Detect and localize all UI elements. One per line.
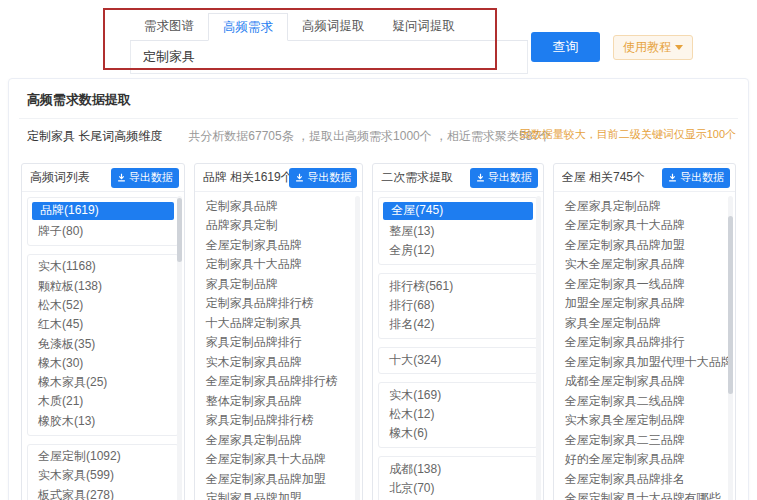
list-item[interactable]: 成都全屋定制家具品牌 [559, 373, 730, 391]
list-item[interactable]: 十大(324) [381, 351, 535, 369]
analysis-keyword: 定制家具 长尾词高频维度 [27, 128, 162, 145]
list-item[interactable]: 全屋定制家具品牌加盟 [559, 236, 730, 254]
list-item[interactable]: 排名(42) [381, 316, 535, 334]
download-icon [117, 173, 126, 182]
query-button[interactable]: 查询 [531, 32, 600, 62]
list-item[interactable]: 全屋(745) [383, 202, 533, 220]
list-item[interactable]: 全屋定制家具品牌 [200, 236, 358, 254]
keyword-group: 十大(324) [378, 347, 538, 374]
scrollbar-thumb[interactable] [177, 198, 182, 262]
list-item[interactable]: 木质(21) [30, 393, 176, 411]
list-item[interactable]: 实木(169) [381, 386, 535, 404]
list-item[interactable]: 全屋定制家具二三品牌 [559, 431, 730, 449]
list-item[interactable]: 品牌家具定制 [200, 217, 358, 235]
list-item[interactable]: 橡胶木(13) [30, 412, 176, 430]
list-item[interactable]: 全屋定制家具加盟代理十大品牌厂家 [559, 353, 730, 371]
list-item[interactable]: 实木家具全屋定制品牌 [559, 412, 730, 430]
tutorial-dropdown-button[interactable]: 使用教程 [613, 35, 693, 60]
export-label: 导出数据 [129, 170, 173, 185]
export-data-button[interactable]: 导出数据 [289, 168, 357, 188]
list-item[interactable]: 全屋定制家具品牌加盟 [200, 470, 358, 488]
list-item[interactable]: 整体定制家具品牌 [200, 392, 358, 410]
scrollbar-thumb[interactable] [728, 216, 733, 394]
download-icon [295, 173, 304, 182]
list-item[interactable]: 松木(12) [381, 406, 535, 424]
list-item[interactable]: 品牌(1619) [32, 202, 174, 220]
column-title: 品牌 相关1619个 [203, 169, 290, 186]
export-data-button[interactable]: 导出数据 [470, 168, 538, 188]
tab-question-words[interactable]: 疑问词提取 [379, 13, 470, 40]
keyword-list: 全屋家具定制品牌全屋定制家具十大品牌全屋定制家具品牌加盟实木全屋定制家具品牌全屋… [554, 192, 735, 500]
data-limit-notice: 因数据量较大，目前二级关键词仅显示100个 [520, 127, 736, 142]
download-icon [668, 173, 677, 182]
list-item[interactable]: 家具全屋定制品牌 [559, 314, 730, 332]
export-data-button[interactable]: 导出数据 [662, 168, 730, 188]
list-item[interactable]: 北京(70) [381, 480, 535, 498]
list-item[interactable]: 颗粒板(138) [30, 277, 176, 295]
export-data-button[interactable]: 导出数据 [111, 168, 179, 188]
list-item[interactable]: 定制家具品牌加盟 [200, 490, 358, 500]
tab-high-freq-demand[interactable]: 高频需求 [208, 13, 288, 41]
list-item[interactable]: 橡木家具(25) [30, 374, 176, 392]
column-high-freq-word-list: 高频词列表 导出数据 品牌(1619)牌子(80)实木(1168)颗粒板(138… [21, 163, 185, 500]
list-item[interactable]: 加盟全屋定制家具品牌 [559, 295, 730, 313]
list-item[interactable]: 红木(45) [30, 316, 176, 334]
panel-title: 高频需求数据提取 [19, 89, 738, 119]
export-label: 导出数据 [307, 170, 351, 185]
column-title: 全屋 相关745个 [562, 169, 645, 186]
list-item[interactable]: 牌子(80) [30, 223, 176, 241]
list-item[interactable]: 家具定制品牌排行 [200, 334, 358, 352]
tab-high-freq-words[interactable]: 高频词提取 [288, 13, 379, 40]
top-toolbar: 需求图谱 高频需求 高频词提取 疑问词提取 查询 使用教程 [0, 0, 757, 78]
tab-bar: 需求图谱 高频需求 高频词提取 疑问词提取 [130, 13, 528, 41]
list-item[interactable]: 好的全屋定制家具品牌 [559, 451, 730, 469]
list-item[interactable]: 排行榜(561) [381, 277, 535, 295]
list-item[interactable]: 家具定制品牌排行榜 [200, 412, 358, 430]
keyword-search-input[interactable] [130, 41, 528, 74]
keyword-group: 实木(169)松木(12)橡木(6) [378, 382, 538, 448]
high-freq-demand-panel: 高频需求数据提取 定制家具 长尾词高频维度 共分析数据67705条 ，提取出高频… [8, 78, 749, 500]
download-icon [476, 173, 485, 182]
list-item[interactable]: 全屋定制家具品牌排名 [559, 470, 730, 488]
list-item[interactable]: 板式家具(278) [30, 486, 176, 500]
list-item[interactable]: 实木全屋定制家具品牌 [559, 256, 730, 274]
keyword-group: 品牌(1619)牌子(80) [27, 197, 179, 246]
export-label: 导出数据 [488, 170, 532, 185]
keyword-list: 品牌(1619)牌子(80)实木(1168)颗粒板(138)松木(52)红木(4… [22, 192, 184, 500]
list-item[interactable]: 定制家具十大品牌 [200, 256, 358, 274]
list-item[interactable]: 排行(68) [381, 297, 535, 315]
list-item[interactable]: 定制家具品牌排行榜 [200, 295, 358, 313]
list-item[interactable]: 十大品牌定制家具 [200, 314, 358, 332]
list-item[interactable]: 实木(1168) [30, 258, 176, 276]
list-item[interactable]: 实木定制家具品牌 [200, 353, 358, 371]
list-item[interactable]: 实木家具(599) [30, 467, 176, 485]
list-item[interactable]: 全屋定制家具品牌排行榜 [200, 373, 358, 391]
list-item[interactable]: 全房(12) [381, 242, 535, 260]
list-item[interactable]: 橡木(6) [381, 425, 535, 443]
list-item[interactable]: 免漆板(35) [30, 335, 176, 353]
list-item[interactable]: 家具定制品牌 [200, 275, 358, 293]
list-item[interactable]: 全屋定制家具十大品牌 [559, 217, 730, 235]
tab-demand-map[interactable]: 需求图谱 [130, 13, 208, 40]
list-item[interactable]: 全屋定制家具十大品牌有哪些 [559, 490, 730, 500]
list-item[interactable]: 全屋定制家具品牌排行 [559, 334, 730, 352]
list-item[interactable]: 松木(52) [30, 297, 176, 315]
list-item[interactable]: 成都(138) [381, 460, 535, 478]
list-item[interactable]: 定制家具品牌 [200, 197, 358, 215]
list-item[interactable]: 全屋定制家具二线品牌 [559, 392, 730, 410]
list-item[interactable]: 橡木(30) [30, 354, 176, 372]
scrollbar-track [355, 196, 360, 500]
column-secondary-demand: 二次需求提取 导出数据 全屋(745)整屋(13)全房(12)排行榜(561)排… [372, 163, 544, 500]
list-item[interactable]: 全屋家具定制品牌 [200, 431, 358, 449]
keyword-list: 定制家具品牌品牌家具定制全屋定制家具品牌定制家具十大品牌家具定制品牌定制家具品牌… [195, 192, 363, 500]
list-item[interactable]: 整屋(13) [381, 223, 535, 241]
keyword-group: 排行榜(561)排行(68)排名(42) [378, 273, 538, 339]
list-item[interactable]: 全屋定制家具十大品牌 [200, 451, 358, 469]
analysis-stats: 共分析数据67705条 ，提取出高频需求1000个 ，相近需求聚类587个 [188, 128, 551, 145]
keyword-group: 全屋(745)整屋(13)全房(12) [378, 197, 538, 265]
keyword-group: 实木(1168)颗粒板(138)松木(52)红木(45)免漆板(35)橡木(30… [27, 254, 179, 436]
list-item[interactable]: 全屋定制家具一线品牌 [559, 275, 730, 293]
list-item[interactable]: 全屋定制(1092) [30, 448, 176, 466]
list-item[interactable]: 全屋家具定制品牌 [559, 197, 730, 215]
chevron-down-icon [675, 45, 683, 50]
